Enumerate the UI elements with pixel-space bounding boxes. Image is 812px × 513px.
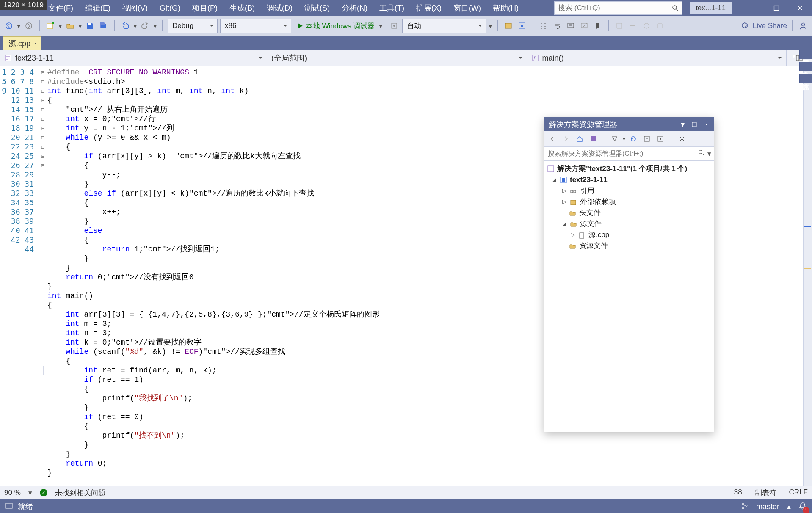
save-icon[interactable] bbox=[85, 20, 96, 31]
title-search-input[interactable] bbox=[555, 2, 669, 14]
solution-root[interactable]: 解决方案"text23-1-11"(1 个项目/共 1 个) bbox=[557, 163, 687, 174]
undo-icon[interactable] bbox=[120, 20, 131, 31]
output-pane-icon[interactable] bbox=[5, 502, 13, 512]
tree-expand-icon[interactable]: ▷ bbox=[570, 229, 576, 240]
menu-view[interactable]: 视图(V) bbox=[116, 0, 154, 16]
branch-icon[interactable] bbox=[741, 502, 748, 512]
menu-window[interactable]: 窗口(W) bbox=[447, 0, 487, 16]
solution-explorer-titlebar[interactable]: 解决方案资源管理器 ▾ bbox=[544, 118, 714, 131]
start-debugging-button[interactable]: 本地 Windows 调试器 ▾ bbox=[294, 19, 386, 33]
line-ending-mode[interactable]: CRLF bbox=[789, 488, 808, 498]
tb-misc-4-icon[interactable] bbox=[627, 20, 638, 31]
tree-expand-icon[interactable]: ▷ bbox=[561, 196, 567, 207]
svg-rect-30 bbox=[6, 503, 12, 508]
navbar-symbol-dropdown[interactable]: ƒ main() bbox=[527, 50, 787, 66]
search-icon[interactable] bbox=[669, 2, 682, 14]
menu-test[interactable]: 测试(S) bbox=[298, 0, 336, 16]
panel-dropdown-icon[interactable]: ▾ bbox=[677, 119, 688, 130]
menu-tools[interactable]: 工具(T) bbox=[373, 0, 410, 16]
tb-misc-5-icon[interactable] bbox=[641, 20, 652, 31]
se-filter-icon[interactable] bbox=[609, 133, 620, 144]
se-refresh-icon[interactable] bbox=[628, 133, 639, 144]
solution-explorer-panel[interactable]: 解决方案资源管理器 ▾ ▾ ▾ 解决方案"text23-1-11"(1 个项目/… bbox=[544, 117, 714, 432]
menu-extensions[interactable]: 扩展(X) bbox=[410, 0, 447, 16]
tab-toolbox[interactable]: 工具箱 bbox=[799, 62, 812, 71]
solution-explorer-title: 解决方案资源管理器 bbox=[549, 119, 617, 130]
redo-icon[interactable] bbox=[140, 20, 151, 31]
nav-fwd-icon[interactable] bbox=[23, 20, 34, 31]
live-share-icon[interactable] bbox=[739, 20, 750, 31]
configuration-dropdown[interactable]: Debug bbox=[168, 19, 218, 33]
new-item-icon[interactable] bbox=[45, 20, 56, 31]
save-all-icon[interactable] bbox=[98, 20, 109, 31]
indent-guides-icon[interactable] bbox=[538, 20, 549, 31]
title-search[interactable] bbox=[554, 1, 682, 15]
platform-dropdown[interactable]: x86 bbox=[220, 19, 291, 33]
menu-file[interactable]: 文件(F) bbox=[42, 0, 79, 16]
menu-project[interactable]: 项目(P) bbox=[186, 0, 224, 16]
se-collapse-icon[interactable] bbox=[641, 133, 652, 144]
tb-misc-3-icon[interactable] bbox=[614, 20, 625, 31]
debug-mode-dropdown[interactable]: 自动 bbox=[402, 19, 486, 33]
tb-misc-1-icon[interactable] bbox=[503, 20, 514, 31]
tree-headers[interactable]: 头文件 bbox=[579, 207, 601, 218]
tab-server-explorer[interactable]: 服务器资源管理器 bbox=[799, 50, 812, 59]
notifications-button[interactable]: 1 bbox=[798, 502, 807, 512]
debug-target-icon[interactable] bbox=[389, 20, 400, 31]
menu-git[interactable]: Git(G) bbox=[154, 0, 186, 16]
menu-debug[interactable]: 调试(D) bbox=[261, 0, 298, 16]
open-icon[interactable] bbox=[65, 20, 76, 31]
issues-text[interactable]: 未找到相关问题 bbox=[55, 488, 105, 498]
main-toolbar: ▾ ▾ ▾ ▾ ▾ Debug x86 本地 Windows 调试器 ▾ 自动 … bbox=[0, 16, 812, 36]
menu-help[interactable]: 帮助(H) bbox=[487, 0, 525, 16]
bookmark-icon[interactable] bbox=[592, 20, 603, 31]
tree-source-file[interactable]: 源.cpp bbox=[588, 229, 609, 240]
solution-explorer-search[interactable]: ▾ bbox=[544, 147, 714, 161]
panel-close-icon[interactable] bbox=[701, 119, 711, 130]
tree-extdeps[interactable]: 外部依赖项 bbox=[580, 196, 616, 207]
se-sync-icon[interactable] bbox=[588, 133, 599, 144]
comment-icon[interactable] bbox=[565, 20, 576, 31]
tree-refs[interactable]: 引用 bbox=[580, 185, 594, 196]
se-home-icon[interactable] bbox=[574, 133, 585, 144]
live-share-label[interactable]: Live Share bbox=[753, 22, 787, 30]
editor-scrollbar[interactable] bbox=[803, 66, 812, 486]
maximize-button[interactable] bbox=[765, 0, 788, 16]
title-document-badge[interactable]: tex...1-11 bbox=[690, 2, 732, 14]
tree-expand-icon[interactable]: ▷ bbox=[561, 185, 567, 196]
solution-tree[interactable]: 解决方案"text23-1-11"(1 个项目/共 1 个) ◢text23-1… bbox=[544, 161, 714, 254]
close-button[interactable] bbox=[788, 0, 812, 16]
menu-build[interactable]: 生成(B) bbox=[224, 0, 261, 16]
tb-misc-2-icon[interactable] bbox=[516, 20, 528, 31]
account-icon[interactable] bbox=[798, 20, 809, 31]
search-icon[interactable] bbox=[698, 149, 705, 158]
tree-expand-icon[interactable]: ◢ bbox=[551, 174, 557, 185]
se-showall-icon[interactable] bbox=[655, 133, 666, 144]
tree-resources[interactable]: 资源文件 bbox=[579, 240, 608, 251]
menu-analyze[interactable]: 分析(N) bbox=[336, 0, 373, 16]
tree-sources[interactable]: 源文件 bbox=[580, 218, 602, 229]
tb-misc-6-icon[interactable] bbox=[655, 20, 666, 31]
navbar-scope-dropdown[interactable]: (全局范围) bbox=[267, 50, 527, 66]
nav-back-icon[interactable] bbox=[3, 20, 14, 31]
tree-expand-icon[interactable]: ◢ bbox=[561, 218, 567, 229]
tab-close-icon[interactable] bbox=[32, 40, 39, 47]
navbar-file-dropdown[interactable]: text23-1-11 bbox=[0, 50, 267, 66]
line-wrap-icon[interactable] bbox=[552, 20, 563, 31]
se-fwd-icon[interactable] bbox=[561, 133, 572, 144]
panel-maximize-icon[interactable] bbox=[689, 119, 699, 130]
branch-name[interactable]: master bbox=[756, 502, 779, 511]
indentation-mode[interactable]: 制表符 bbox=[755, 488, 776, 498]
se-properties-icon[interactable] bbox=[677, 133, 688, 144]
folder-icon bbox=[569, 242, 577, 250]
minimize-button[interactable] bbox=[741, 0, 765, 16]
document-tab-source-cpp[interactable]: 源.cpp bbox=[3, 36, 41, 50]
outline-margin[interactable]: ⊟ ⊟ ⊟ ⊟ ⊟ ⊟ ⊟ ⊟ ⊟ ⊟ ⊟ bbox=[38, 66, 47, 486]
uncomment-icon[interactable] bbox=[579, 20, 590, 31]
solution-explorer-search-input[interactable] bbox=[547, 146, 698, 161]
zoom-level[interactable]: 90 % bbox=[4, 488, 21, 497]
se-back-icon[interactable] bbox=[547, 133, 558, 144]
menu-edit[interactable]: 编辑(E) bbox=[79, 0, 116, 16]
tab-properties[interactable]: 属性 bbox=[799, 74, 812, 83]
project-node[interactable]: text23-1-11 bbox=[570, 174, 608, 185]
